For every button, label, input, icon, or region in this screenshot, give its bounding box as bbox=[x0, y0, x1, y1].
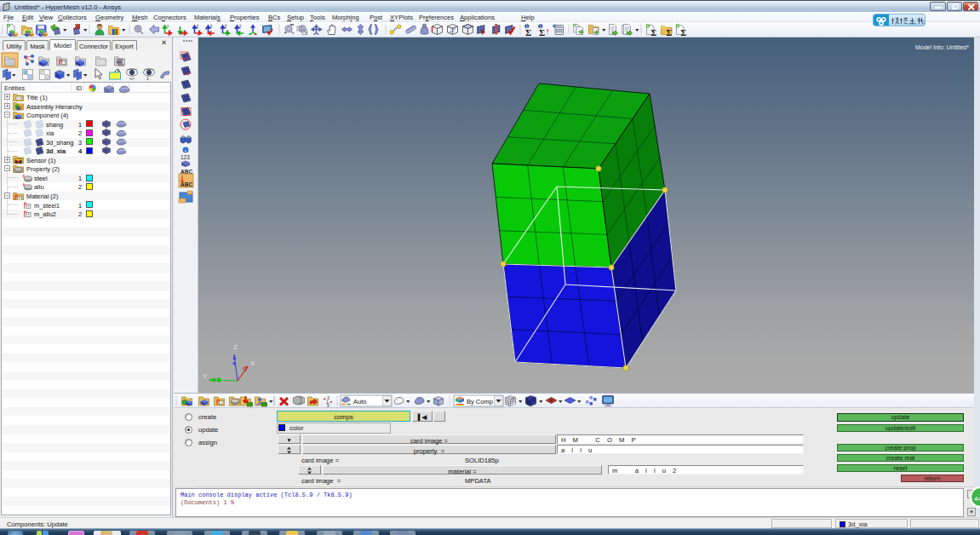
svg-text:ABC: ABC bbox=[181, 169, 192, 175]
svg-text:Y: Y bbox=[203, 372, 208, 380]
svg-text:Σ: Σ bbox=[681, 28, 687, 37]
svg-text:1: 1 bbox=[146, 76, 149, 81]
svg-text:Σ: Σ bbox=[525, 27, 531, 37]
svg-text:Z: Z bbox=[239, 25, 242, 29]
svg-text:123: 123 bbox=[181, 154, 190, 160]
svg-text:Z: Z bbox=[233, 343, 238, 351]
svg-text:Z: Z bbox=[210, 25, 213, 29]
svg-text:X: X bbox=[250, 360, 255, 367]
svg-text:Σ: Σ bbox=[651, 28, 657, 37]
svg-text:By Comp: By Comp bbox=[467, 398, 493, 406]
svg-text:Y: Y bbox=[181, 32, 183, 36]
svg-text:Σ: Σ bbox=[667, 28, 673, 37]
svg-text:ABC: ABC bbox=[181, 181, 192, 187]
svg-text:+/-: +/- bbox=[129, 76, 135, 81]
svg-text:Σ: Σ bbox=[539, 27, 545, 37]
svg-text:Auto: Auto bbox=[353, 398, 366, 406]
svg-text:Y: Y bbox=[234, 26, 237, 31]
